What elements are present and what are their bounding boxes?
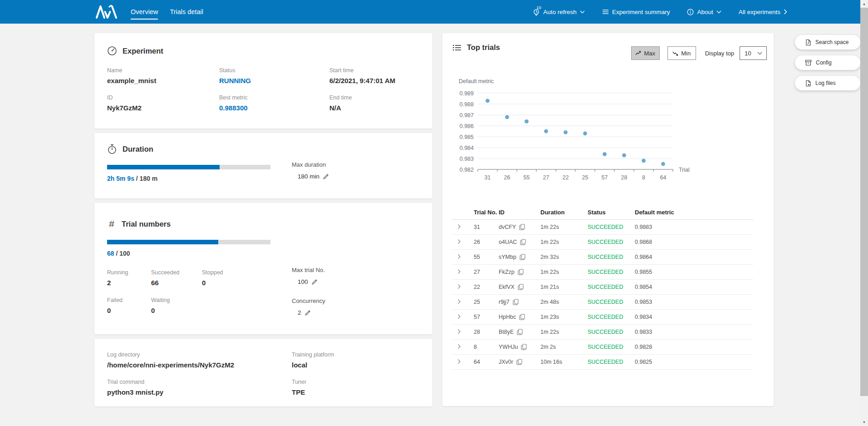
top-trials-title: Top trials bbox=[467, 43, 500, 52]
row-expand-icon[interactable] bbox=[456, 254, 462, 259]
row-expand-icon[interactable] bbox=[456, 269, 462, 274]
clock-icon bbox=[533, 9, 540, 16]
experiment-summary-button[interactable]: Experiment summary bbox=[602, 9, 670, 15]
field-start-time: Start time 6/2/2021, 9:47:01 AM bbox=[329, 67, 420, 84]
cell-duration: 2m 48s bbox=[540, 299, 588, 305]
table-row: 26 o4UAC 1m 22s SUCCEEDED 0.9868 bbox=[452, 235, 753, 250]
search-space-button[interactable]: Search space bbox=[795, 35, 860, 50]
row-expand[interactable] bbox=[452, 254, 474, 261]
all-experiments-label: All experiments bbox=[739, 9, 780, 15]
stopwatch-icon bbox=[107, 144, 117, 154]
cell-default-metric: 0.9854 bbox=[635, 284, 753, 290]
cell-default-metric: 0.9853 bbox=[635, 299, 753, 305]
data-point[interactable] bbox=[622, 153, 626, 157]
max-button[interactable]: Max bbox=[631, 46, 660, 60]
cell-duration: 10m 16s bbox=[540, 359, 588, 365]
data-point[interactable] bbox=[661, 162, 665, 166]
data-point[interactable] bbox=[525, 119, 529, 124]
row-expand-icon[interactable] bbox=[456, 344, 462, 349]
min-button[interactable]: Min bbox=[667, 46, 696, 60]
cell-default-metric: 0.9825 bbox=[635, 359, 753, 365]
data-point[interactable] bbox=[642, 159, 646, 163]
row-expand-icon[interactable] bbox=[456, 314, 462, 319]
row-expand[interactable] bbox=[452, 329, 474, 336]
duration-card: Duration 2h 5m 9s / 180 m Max duration 1… bbox=[94, 133, 432, 198]
about-menu[interactable]: About bbox=[687, 9, 721, 15]
copy-icon[interactable] bbox=[521, 344, 527, 350]
scrollbar-thumb[interactable] bbox=[860, 8, 868, 396]
copy-icon[interactable] bbox=[519, 314, 525, 320]
stat-running: Running 2 bbox=[107, 269, 151, 287]
config-button[interactable]: Config bbox=[795, 55, 860, 70]
auto-refresh-control[interactable]: 10 Auto refresh bbox=[533, 8, 585, 16]
cell-id: r9jj7 bbox=[499, 299, 540, 305]
cell-status: SUCCEEDED bbox=[588, 329, 635, 335]
svg-text:0.984: 0.984 bbox=[460, 145, 474, 151]
tab-trials-detail[interactable]: Trials detail bbox=[170, 8, 203, 15]
field-status: Status RUNNING bbox=[219, 67, 329, 84]
row-expand[interactable] bbox=[452, 299, 474, 306]
page-scrollbar[interactable]: ▲ ▼ bbox=[860, 0, 868, 426]
svg-text:64: 64 bbox=[660, 174, 667, 181]
cell-status: SUCCEEDED bbox=[588, 224, 635, 230]
copy-icon[interactable] bbox=[519, 224, 525, 230]
copy-icon[interactable] bbox=[516, 359, 522, 365]
trial-numbers-card: # Trial numbers 68 / 100 Running 2 Succe… bbox=[94, 203, 432, 334]
display-top-select[interactable]: 10 bbox=[740, 46, 767, 60]
row-expand[interactable] bbox=[452, 224, 474, 231]
row-expand[interactable] bbox=[452, 359, 474, 366]
data-point[interactable] bbox=[544, 129, 548, 134]
svg-text:27: 27 bbox=[543, 174, 549, 181]
cell-id: Bt8yE bbox=[499, 329, 540, 335]
cell-id: dvCFY bbox=[499, 224, 540, 230]
info-icon bbox=[687, 9, 694, 15]
about-label: About bbox=[697, 9, 713, 15]
row-expand-icon[interactable] bbox=[456, 224, 462, 229]
all-experiments-link[interactable]: All experiments bbox=[739, 9, 787, 15]
scrollbar-down-arrow[interactable]: ▼ bbox=[860, 418, 868, 426]
top-trials-table: Trial No. ID Duration Status Default met… bbox=[452, 205, 753, 370]
experiment-info-card: Log directory /home/core/nni-experiments… bbox=[94, 339, 432, 406]
table-row: 57 HpHbc 1m 23s SUCCEEDED 0.9834 bbox=[452, 310, 753, 325]
duration-progress-bar bbox=[107, 165, 270, 169]
cell-id: YWHJu bbox=[499, 344, 540, 350]
cell-status: SUCCEEDED bbox=[588, 284, 635, 290]
row-expand-icon[interactable] bbox=[456, 329, 462, 334]
copy-icon[interactable] bbox=[513, 299, 519, 305]
edit-max-trial-icon[interactable] bbox=[311, 279, 318, 285]
row-expand[interactable] bbox=[452, 269, 474, 276]
log-files-doc-icon bbox=[805, 80, 811, 87]
copy-icon[interactable] bbox=[517, 329, 523, 335]
copy-icon[interactable] bbox=[520, 254, 525, 260]
cell-duration: 1m 22s bbox=[540, 269, 588, 275]
copy-icon[interactable] bbox=[518, 284, 524, 290]
tab-overview[interactable]: Overview bbox=[131, 8, 158, 15]
log-files-button[interactable]: Log files bbox=[795, 76, 860, 90]
svg-text:57: 57 bbox=[602, 174, 608, 181]
trials-progress-bar bbox=[107, 240, 270, 244]
data-point[interactable] bbox=[485, 99, 490, 103]
data-point[interactable] bbox=[505, 115, 509, 119]
row-expand-icon[interactable] bbox=[456, 284, 462, 289]
data-point[interactable] bbox=[564, 130, 568, 134]
search-space-doc-icon bbox=[805, 39, 811, 46]
row-expand[interactable] bbox=[452, 284, 474, 291]
cell-duration: 1m 21s bbox=[540, 284, 588, 290]
cell-trial-no: 26 bbox=[474, 239, 499, 245]
row-expand[interactable] bbox=[452, 344, 474, 351]
row-expand[interactable] bbox=[452, 314, 474, 321]
copy-icon[interactable] bbox=[518, 269, 524, 275]
cell-duration: 2m 32s bbox=[540, 254, 588, 260]
row-expand[interactable] bbox=[452, 239, 474, 246]
data-point[interactable] bbox=[603, 152, 607, 156]
edit-concurrency-icon[interactable] bbox=[304, 310, 311, 316]
data-point[interactable] bbox=[583, 131, 587, 135]
row-expand-icon[interactable] bbox=[456, 359, 462, 364]
edit-max-duration-icon[interactable] bbox=[323, 173, 329, 180]
row-expand-icon[interactable] bbox=[456, 239, 462, 244]
copy-icon[interactable] bbox=[520, 239, 526, 245]
scrollbar-up-arrow[interactable]: ▲ bbox=[860, 0, 868, 8]
table-row: 31 dvCFY 1m 22s SUCCEEDED 0.9883 bbox=[452, 220, 753, 235]
trials-progress-text: 68 / 100 bbox=[107, 250, 420, 257]
row-expand-icon[interactable] bbox=[456, 299, 462, 304]
